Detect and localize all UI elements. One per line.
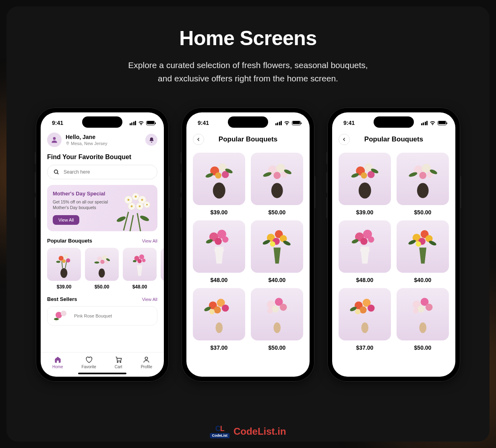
best-seller-card[interactable]: Pink Rose Bouquet [47, 306, 157, 326]
svg-point-121 [419, 322, 426, 333]
best-section-title: Best Sellers [47, 296, 77, 302]
promo-banner[interactable]: Mother's Day Special Get 15% off on all … [47, 185, 157, 231]
tab-label: Cart [115, 365, 122, 369]
svg-point-53 [215, 172, 221, 178]
notifications-button[interactable] [145, 134, 157, 146]
svg-point-19 [139, 205, 141, 207]
product-price: $48.00 [339, 277, 391, 283]
product-grid: $39.00 $50.00 $48.00 $40.00 [193, 153, 303, 351]
cart-icon [115, 356, 122, 363]
svg-point-58 [276, 164, 285, 173]
svg-point-15 [128, 199, 130, 201]
wifi-icon [138, 121, 144, 125]
best-viewall-link[interactable]: View All [142, 297, 157, 302]
svg-point-124 [417, 305, 425, 313]
product-price: $50.00 [85, 284, 119, 290]
product-card[interactable]: $48.00 [193, 220, 245, 283]
svg-point-72 [270, 241, 275, 247]
product-card[interactable]: $40.00 [251, 220, 303, 283]
svg-point-87 [267, 308, 273, 313]
product-price: $48.00 [123, 284, 157, 290]
status-time: 9:41 [52, 120, 63, 126]
product-price: $40.00 [251, 277, 303, 283]
back-button[interactable] [339, 134, 350, 145]
page-title: Home Screens [6, 27, 490, 50]
tab-cart[interactable]: Cart [115, 356, 122, 369]
tab-label: Favorite [82, 365, 96, 369]
product-card[interactable] [161, 248, 164, 290]
svg-point-8 [139, 215, 150, 222]
product-price: $40.00 [397, 277, 449, 283]
svg-point-82 [273, 322, 281, 333]
product-card[interactable]: $39.00 [193, 153, 245, 216]
bell-icon [149, 137, 155, 143]
svg-point-86 [280, 304, 287, 311]
tab-profile[interactable]: Profile [141, 356, 152, 369]
status-time: 9:41 [198, 120, 209, 126]
svg-line-5 [137, 213, 141, 231]
product-card[interactable]: $50.00 [251, 288, 303, 351]
svg-point-119 [355, 309, 360, 314]
tab-label: Profile [141, 365, 152, 369]
back-button[interactable] [193, 134, 204, 145]
tab-favorite[interactable]: Favorite [82, 356, 96, 369]
svg-point-117 [360, 306, 367, 313]
avatar[interactable] [47, 133, 62, 147]
battery-icon [438, 121, 446, 125]
product-card[interactable]: $37.00 [193, 288, 245, 351]
banner-cta-button[interactable]: View All [53, 215, 79, 225]
product-price: $50.00 [251, 209, 303, 216]
search-field[interactable] [47, 165, 157, 179]
product-card[interactable]: $50.00 [251, 153, 303, 216]
banner-subtitle: Get 15% off on all our special Mother's … [53, 199, 109, 210]
phone-popular-2: 9:41 Popular Bouquets [327, 108, 460, 382]
product-card[interactable]: $50.00 [397, 288, 449, 351]
svg-point-66 [222, 236, 228, 243]
svg-point-18 [131, 205, 133, 207]
svg-point-29 [99, 268, 105, 278]
svg-point-38 [138, 259, 142, 263]
svg-point-56 [271, 183, 283, 198]
svg-point-97 [422, 164, 431, 173]
wifi-icon [430, 121, 436, 125]
product-price: $37.00 [193, 344, 245, 351]
svg-point-39 [142, 259, 146, 262]
svg-point-1 [67, 143, 68, 143]
product-grid: $39.00 $50.00 $48.00 $40.00 [339, 153, 449, 351]
heart-icon [85, 356, 93, 363]
phone-popular-1: 9:41 Popular Bouquets [182, 108, 314, 382]
svg-point-27 [62, 259, 66, 263]
product-card[interactable]: $50.00 [85, 248, 119, 290]
product-card[interactable]: $37.00 [339, 288, 391, 351]
product-card[interactable]: $40.00 [397, 220, 449, 283]
product-price: $39.00 [47, 284, 81, 290]
svg-point-105 [368, 236, 374, 243]
popular-viewall-link[interactable]: View All [142, 239, 157, 243]
pin-icon [66, 141, 70, 145]
svg-point-79 [222, 305, 229, 312]
svg-point-75 [215, 322, 223, 333]
tab-bar: Home Favorite Cart Profile [41, 352, 164, 371]
svg-point-40 [133, 260, 136, 262]
search-input[interactable] [64, 169, 151, 175]
product-card[interactable]: $39.00 [47, 248, 81, 290]
svg-point-2 [54, 170, 58, 174]
product-price: $37.00 [339, 344, 391, 351]
greeting: Hello, Jane [66, 134, 107, 140]
popular-scroll[interactable]: $39.00 $50.00 $48.00 [47, 248, 157, 290]
svg-point-25 [64, 254, 68, 258]
watermark: CL CodeList CodeList.in [210, 425, 286, 438]
svg-point-125 [426, 304, 433, 311]
tab-home[interactable]: Home [52, 356, 63, 369]
wifi-icon [284, 121, 290, 125]
svg-point-85 [272, 305, 279, 313]
product-card[interactable]: $39.00 [339, 153, 391, 216]
product-card[interactable]: $48.00 [123, 248, 157, 290]
svg-point-98 [419, 172, 426, 179]
status-time: 9:41 [343, 120, 355, 126]
product-card[interactable]: $50.00 [397, 153, 449, 216]
product-card[interactable]: $48.00 [339, 220, 391, 283]
svg-point-37 [139, 254, 144, 259]
page-subtitle-line2: and exclusive offers right from the home… [158, 74, 338, 83]
svg-point-20 [146, 204, 148, 205]
